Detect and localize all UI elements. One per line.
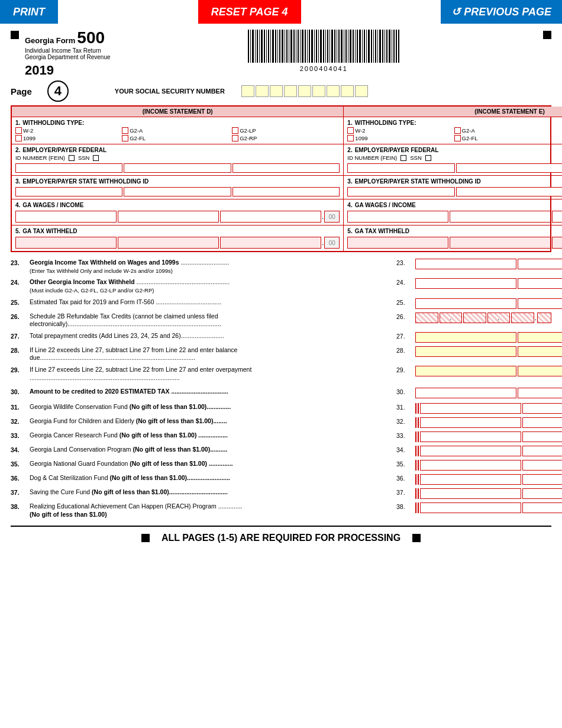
line30-box2[interactable] [518,388,562,398]
ga-wages-d3[interactable] [220,211,321,223]
prev-button[interactable]: ↺ PREVIOUS PAGE [441,0,562,24]
line37-hatch2[interactable] [418,488,419,499]
wh-type-g2fl-d[interactable]: G2-FL [122,135,228,141]
ga-wages-e3[interactable] [552,211,562,223]
line34-hatch1[interactable] [415,446,416,456]
ga-tax-e1[interactable] [347,237,448,249]
line30-box1[interactable] [415,388,516,398]
wh-type-g2fl-e[interactable]: G2-FL [454,135,561,141]
wh-type-g2lp-d[interactable]: G2-LP [232,127,340,134]
line26-box4[interactable]: , [487,313,511,323]
line35-hatch1[interactable] [415,460,416,471]
line27-box1[interactable] [415,332,516,343]
line37-box1[interactable] [420,488,521,499]
ga-tax-d1[interactable] [15,237,117,249]
line28-box2[interactable] [518,346,562,357]
line34-hatch2[interactable] [418,446,419,456]
ga-tax-d2[interactable] [118,237,219,249]
line29-box1[interactable] [415,366,516,376]
ssn-box-5[interactable] [298,85,311,97]
ssn-box-7[interactable] [327,85,340,97]
line26-box3[interactable] [463,313,486,323]
line38-hatch2[interactable] [418,502,419,513]
line24-box1[interactable] [415,278,516,289]
line31-hatch1[interactable] [415,403,416,414]
fein-input-e[interactable] [347,163,454,173]
line35-hatch2[interactable] [418,460,419,471]
line23-box1[interactable] [415,259,516,269]
line33-box2[interactable] [522,431,562,442]
line37-hatch1[interactable] [415,488,416,499]
ssn-box-1[interactable] [241,85,254,97]
wh-type-w2-e[interactable]: W-2 [347,127,450,134]
line26-box2[interactable]: , [440,313,463,323]
line27-box2[interactable] [518,332,562,343]
line31-box2[interactable] [522,403,562,414]
line28-box1[interactable] [415,346,516,357]
ga-wages-e2[interactable] [450,211,551,223]
state-wh-e1[interactable] [347,187,454,197]
line26-box1[interactable] [415,313,438,323]
state-wh-d3[interactable] [232,187,340,197]
line32-box1[interactable] [420,417,521,428]
line32-box2[interactable] [522,417,562,428]
line34-box2[interactable] [522,446,562,456]
fein-input2-d[interactable] [124,163,231,173]
ga-tax-e2[interactable] [450,237,551,249]
wh-type-1099-e[interactable]: 1099 [347,135,450,141]
line36-hatch1[interactable] [415,474,416,485]
line35-box1[interactable] [420,460,521,471]
ssn-input-boxes[interactable] [241,85,368,97]
ssn-box-6[interactable] [312,85,325,97]
wh-type-w2-d[interactable]: W-2 [15,127,118,134]
wh-type-1099-d[interactable]: 1099 [15,135,118,141]
ssn-box-8[interactable] [341,85,354,97]
line33-hatch2[interactable] [418,431,419,442]
line37-box2[interactable] [522,488,562,499]
line36-box2[interactable] [522,474,562,485]
line33-box1[interactable] [420,431,521,442]
ssn-box-2[interactable] [256,85,269,97]
state-wh-d1[interactable] [15,187,122,197]
line26-box5[interactable] [511,313,534,323]
state-wh-e2[interactable] [456,187,562,197]
line23-box2[interactable] [518,259,562,269]
ssn-check-d[interactable] [93,155,99,161]
line24-box2[interactable] [518,278,562,289]
line38-box1[interactable] [420,502,521,513]
reset-button[interactable]: RESET PAGE 4 [198,0,301,24]
wh-type-g2a-d[interactable]: G2-A [122,127,228,134]
ssn-box-9[interactable] [355,85,368,97]
line31-hatch2[interactable] [418,403,419,414]
line32-hatch2[interactable] [418,417,419,428]
line35-box2[interactable] [522,460,562,471]
line31-box1[interactable] [420,403,521,414]
ssn-box-4[interactable] [284,85,297,97]
ssn-check-e[interactable] [425,155,431,161]
line25-box2[interactable] [518,298,562,309]
ga-tax-d3[interactable] [220,237,321,249]
fein-input2-e[interactable] [456,163,562,173]
state-wh-d2[interactable] [124,187,231,197]
line33-hatch1[interactable] [415,431,416,442]
line36-box1[interactable] [420,474,521,485]
line38-hatch1[interactable] [415,502,416,513]
line32-hatch1[interactable] [415,417,416,428]
ga-wages-d2[interactable] [118,211,219,223]
line36-hatch2[interactable] [418,474,419,485]
fein-check-d[interactable] [69,155,75,161]
ga-wages-e1[interactable] [347,211,448,223]
ga-tax-e3[interactable] [552,237,562,249]
ga-wages-d1[interactable] [15,211,117,223]
wh-type-g2rp-d[interactable]: G2-RP [232,135,340,141]
wh-type-g2a-e[interactable]: G2-A [454,127,561,134]
fein-input3-d[interactable] [232,163,340,173]
line38-box2[interactable] [522,502,562,513]
fein-input-d[interactable] [15,163,122,173]
line29-box2[interactable] [518,366,562,376]
line25-box1[interactable] [415,298,516,309]
ssn-box-3[interactable] [270,85,283,97]
print-button[interactable]: PRINT [0,0,58,24]
line34-box1[interactable] [420,446,521,456]
fein-check-e[interactable] [400,155,406,161]
